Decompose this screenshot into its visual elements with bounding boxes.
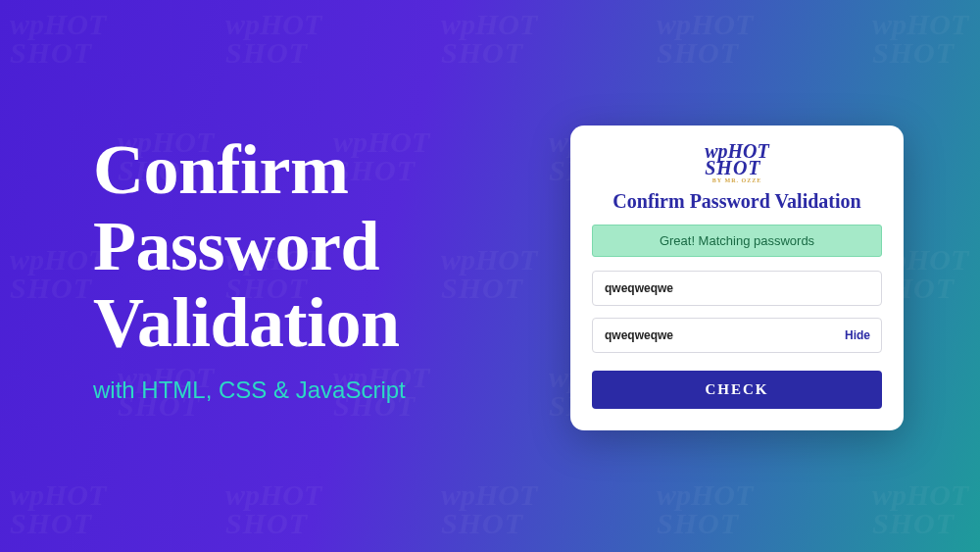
logo: wpHOT SHOT BY MR. OZZE: [592, 143, 882, 186]
password-input[interactable]: [592, 271, 882, 306]
logo-line-2: SHOT: [705, 160, 769, 176]
headline-line-1: Confirm: [93, 132, 406, 209]
logo-subtext: BY MR. OZZE: [705, 178, 769, 183]
headline-block: Confirm Password Validation with HTML, C…: [93, 132, 406, 404]
logo-text: wpHOT SHOT BY MR. OZZE: [705, 143, 769, 183]
headline-title: Confirm Password Validation: [93, 132, 406, 361]
headline-line-3: Validation: [93, 285, 406, 362]
confirm-password-input[interactable]: [592, 318, 882, 353]
password-field-wrapper: [592, 271, 882, 306]
check-button[interactable]: CHECK: [592, 371, 882, 409]
headline-line-2: Password: [93, 209, 406, 285]
confirm-password-field-wrapper: Hide: [592, 318, 882, 353]
validation-card: wpHOT SHOT BY MR. OZZE Confirm Password …: [570, 125, 904, 430]
headline-subtitle: with HTML, CSS & JavaScript: [93, 376, 406, 404]
card-title: Confirm Password Validation: [592, 190, 882, 213]
success-banner: Great! Matching passwords: [592, 225, 882, 257]
hide-toggle[interactable]: Hide: [845, 328, 870, 342]
